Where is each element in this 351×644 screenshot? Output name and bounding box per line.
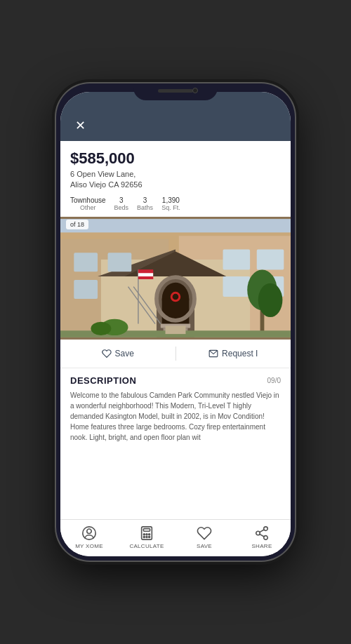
calculator-icon: [139, 525, 154, 541]
address-line1: 6 Open View Lane,: [70, 170, 135, 178]
header-bar: ✕: [60, 112, 291, 141]
svg-rect-8: [108, 253, 132, 271]
nav-share[interactable]: SHARE: [233, 525, 291, 549]
property-address: 6 Open View Lane, Aliso Viejo CA 92656: [70, 169, 281, 191]
request-action-button[interactable]: Request I: [176, 349, 291, 358]
svg-point-39: [87, 529, 91, 533]
property-image: [60, 217, 291, 340]
description-header: DESCRIPTION 09/0: [70, 375, 281, 386]
baths-stat: 3 Baths: [137, 196, 153, 211]
property-price: $585,000: [70, 149, 281, 168]
user-circle-icon: [81, 525, 97, 541]
svg-point-36: [91, 322, 111, 335]
description-section: DESCRIPTION 09/0 Welcome to the fabulous…: [60, 368, 291, 519]
nav-calculate[interactable]: CALCULATE: [118, 525, 176, 549]
svg-point-45: [143, 537, 145, 538]
save-nav-label: SAVE: [197, 543, 212, 549]
nav-save[interactable]: SAVE: [176, 525, 233, 549]
share-label: SHARE: [251, 543, 272, 549]
property-image-container[interactable]: of 18: [60, 217, 291, 340]
nav-my-xome[interactable]: MY XOME: [60, 525, 118, 549]
heart-nav-icon: [197, 525, 212, 541]
phone-notch: [133, 83, 218, 100]
svg-rect-26: [138, 273, 153, 276]
my-xome-label: MY XOME: [75, 543, 103, 549]
calculate-label: CALCULATE: [129, 543, 164, 549]
phone-camera: [192, 88, 198, 93]
phone-shell: ✕ $585,000 6 Open View Lane, Aliso Viejo…: [56, 83, 295, 561]
svg-rect-34: [166, 326, 186, 334]
description-text: Welcome to the fabulous Camden Park Comm…: [70, 390, 281, 443]
share-icon: [254, 525, 270, 541]
svg-point-47: [149, 537, 150, 538]
close-button[interactable]: ✕: [72, 117, 88, 134]
mail-icon: [208, 349, 218, 358]
beds-label: Beds: [114, 204, 129, 211]
svg-point-43: [146, 534, 147, 535]
svg-rect-11: [257, 249, 284, 269]
type-value: Townhouse: [70, 196, 106, 204]
property-type: Townhouse Other: [70, 196, 106, 211]
svg-point-30: [258, 283, 283, 317]
svg-point-46: [146, 537, 147, 538]
sqft-value: 1,390: [162, 196, 180, 204]
svg-rect-12: [223, 276, 251, 297]
svg-point-44: [149, 534, 150, 535]
property-stats: Townhouse Other 3 Beds 3 Baths 1,390 Sq.…: [70, 196, 281, 211]
svg-point-50: [264, 536, 268, 540]
action-bar: Save Request I: [60, 340, 291, 368]
beds-value: 3: [119, 196, 124, 204]
request-action-label: Request I: [222, 349, 258, 358]
property-info: $585,000 6 Open View Lane, Aliso Viejo C…: [60, 141, 291, 217]
bottom-nav: MY XOME CALCULATE: [60, 519, 291, 556]
heart-icon: [102, 349, 112, 358]
save-action-label: Save: [115, 349, 134, 358]
save-action-button[interactable]: Save: [60, 349, 176, 358]
svg-line-52: [260, 530, 264, 532]
phone-screen: ✕ $585,000 6 Open View Lane, Aliso Viejo…: [60, 92, 291, 556]
baths-label: Baths: [137, 204, 153, 211]
sqft-label: Sq. Ft.: [161, 204, 180, 211]
type-label: Other: [80, 204, 96, 211]
svg-point-49: [256, 531, 260, 535]
svg-point-42: [143, 534, 145, 535]
beds-stat: 3 Beds: [114, 196, 129, 211]
sqft-stat: 1,390 Sq. Ft.: [161, 196, 180, 211]
image-counter: of 18: [66, 220, 88, 229]
description-title: DESCRIPTION: [70, 375, 136, 386]
svg-rect-10: [223, 249, 251, 269]
svg-point-48: [264, 527, 268, 531]
address-line2: Aliso Viejo CA 92656: [70, 180, 143, 189]
svg-rect-25: [138, 269, 153, 273]
description-date: 09/0: [267, 377, 281, 384]
svg-rect-7: [74, 253, 98, 271]
svg-rect-9: [74, 280, 98, 299]
svg-line-51: [260, 534, 264, 537]
svg-rect-27: [138, 276, 153, 279]
baths-value: 3: [143, 196, 147, 204]
svg-rect-41: [143, 529, 150, 532]
phone-speaker: [158, 89, 193, 93]
